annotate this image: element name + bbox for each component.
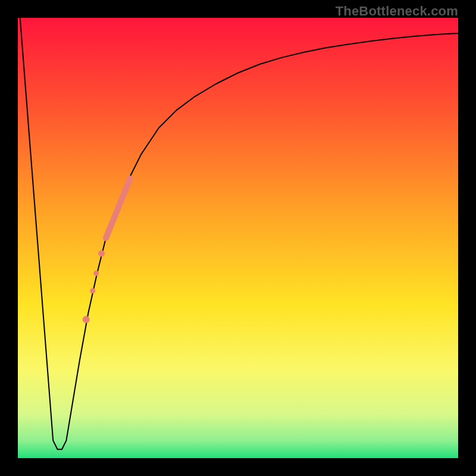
chart-container: TheBottleneck.com [0,0,476,476]
dot-1 [98,250,105,256]
dot-4 [83,316,90,323]
dot-2 [93,271,99,276]
watermark-text: TheBottleneck.com [336,4,458,19]
dot-3 [90,288,95,293]
chart-svg [18,18,458,458]
chart-background [18,18,458,458]
